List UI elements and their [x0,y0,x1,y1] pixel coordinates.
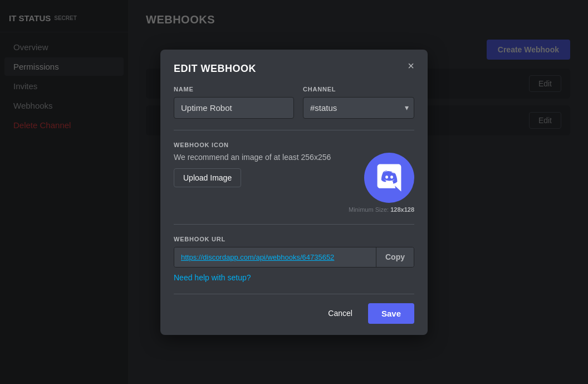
webhook-url-row: Copy [174,247,414,268]
icon-size-hint: Minimum Size: 128x128 [349,206,414,213]
name-input[interactable] [174,97,294,119]
modal-divider-1 [174,130,414,130]
webhook-icon-content: We recommend an image of at least 256x25… [174,153,414,213]
modal-divider-2 [174,224,414,225]
webhook-url-section: WEBHOOK URL Copy Need help with setup? [174,236,414,283]
modal-title: EDIT WEBHOOK [174,63,414,75]
channel-form-group: CHANNEL #status #general #alerts ▾ [303,86,414,119]
modal-footer: Cancel Save [174,294,414,324]
webhook-icon-section: WEBHOOK ICON We recommend an image of at… [174,142,414,213]
name-form-group: NAME [174,86,294,119]
copy-url-button[interactable]: Copy [376,247,414,267]
webhook-avatar [364,153,414,203]
name-label: NAME [174,86,294,93]
upload-image-button[interactable]: Upload Image [174,168,241,187]
webhook-icon-label: WEBHOOK ICON [174,142,414,148]
edit-webhook-modal: × EDIT WEBHOOK NAME CHANNEL #status #gen… [160,50,428,335]
channel-label: CHANNEL [303,86,414,93]
channel-select[interactable]: #status #general #alerts [303,97,414,119]
webhook-icon-left: We recommend an image of at least 256x25… [174,153,331,187]
webhook-url-input[interactable] [174,247,376,267]
modal-overlay: × EDIT WEBHOOK NAME CHANNEL #status #gen… [0,0,588,384]
cancel-button[interactable]: Cancel [319,304,361,322]
discord-logo-icon [373,161,406,195]
modal-name-channel-row: NAME CHANNEL #status #general #alerts ▾ [174,86,414,119]
modal-close-button[interactable]: × [403,59,419,74]
help-setup-link[interactable]: Need help with setup? [174,273,251,282]
webhook-url-label: WEBHOOK URL [174,236,414,242]
channel-select-wrapper: #status #general #alerts ▾ [303,97,414,119]
save-button[interactable]: Save [368,303,414,324]
icon-description: We recommend an image of at least 256x25… [174,153,331,162]
